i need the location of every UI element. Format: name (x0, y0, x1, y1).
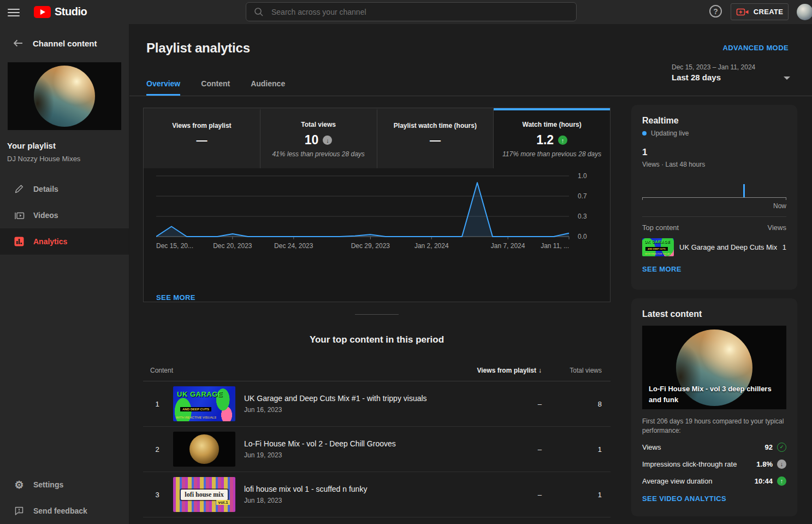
metric-total-views[interactable]: Total views 10 ↓ 41% less than previous … (260, 108, 377, 168)
metric-views-from-playlist[interactable]: Views from playlist — (144, 108, 260, 168)
create-button[interactable]: CREATE (731, 3, 789, 20)
metric-note: 41% less than previous 28 days (272, 150, 364, 158)
sidebar-item-settings[interactable]: ⚙ Settings (0, 472, 129, 498)
page-title: Playlist analytics (146, 40, 250, 56)
video-date: Jun 18, 2023 (244, 497, 460, 504)
stat-value: 10:44 (755, 477, 773, 485)
table-row[interactable]: 1 UK GARAGE AND DEEP CUTS WITH REACTIVE … (143, 381, 611, 427)
metric-watch-time[interactable]: Watch time (hours) 1.2 ↑ 117% more than … (494, 108, 610, 168)
youtube-play-icon (34, 6, 51, 18)
tab-content[interactable]: Content (201, 76, 230, 96)
see-video-analytics-link[interactable]: SEE VIDEO ANALYTICS (642, 494, 726, 503)
cell-views-from-playlist: – (460, 445, 542, 454)
video-info[interactable]: lofi house mix vol 1 - scuffed n funky J… (244, 485, 460, 504)
column-label: Views from playlist (477, 367, 537, 374)
video-title: UK Garage and Deep Cuts Mix #1 - with tr… (244, 394, 460, 403)
chart-see-more-link[interactable]: SEE MORE (156, 293, 610, 302)
metric-value: 10 (305, 133, 319, 148)
video-date: Jun 19, 2023 (244, 451, 460, 459)
latest-video-thumbnail[interactable]: Lo-Fi House Mix - vol 3 deep chillers an… (642, 326, 786, 409)
table-row[interactable]: 3 lofi house mixvol.1 lofi house mix vol… (143, 472, 611, 517)
metric-playlist-watch-time[interactable]: Playlist watch time (hours) — (377, 108, 494, 168)
svg-text:0.7: 0.7 (578, 192, 587, 200)
tab-audience[interactable]: Audience (251, 76, 285, 96)
svg-text:0.3: 0.3 (578, 213, 587, 220)
video-thumbnail[interactable]: UK GARAGE AND DEEP CUTS WITH REACTIVE VI… (173, 386, 235, 421)
trend-up-icon: ↑ (558, 136, 567, 145)
video-thumbnail[interactable]: lofi house mixvol.1 (173, 477, 235, 512)
video-plus-icon (736, 8, 749, 16)
main-area: Playlist analytics ADVANCED MODE Overvie… (129, 24, 812, 524)
sidebar-item-analytics[interactable]: Analytics (0, 228, 129, 255)
sidebar-item-videos[interactable]: Videos (0, 202, 129, 228)
video-thumbnail[interactable] (173, 432, 235, 467)
gear-icon: ⚙ (14, 479, 25, 490)
metric-label: Total views (301, 121, 336, 128)
now-label: Now (642, 202, 786, 210)
date-range-picker[interactable]: Dec 15, 2023 – Jan 11, 2024 Last 28 days (672, 63, 755, 82)
svg-text:Dec 24, 2023: Dec 24, 2023 (274, 242, 313, 250)
sidebar-item-send-feedback[interactable]: Send feedback (0, 498, 129, 524)
top-content-label: Top content (642, 223, 679, 232)
metric-value: — (196, 134, 207, 146)
metric-note: 117% more than previous 28 days (502, 150, 601, 158)
row-rank: 2 (150, 445, 164, 454)
trend-down-icon: ↓ (323, 136, 332, 145)
account-avatar[interactable] (797, 4, 812, 20)
trend-up-icon: ↑ (777, 476, 786, 486)
chevron-down-icon[interactable] (784, 76, 790, 80)
realtime-count: 1 (642, 147, 786, 158)
table-row[interactable]: 2 Lo-Fi House Mix - vol 2 - Deep Chill G… (143, 427, 611, 472)
playlist-art (34, 66, 95, 127)
pencil-icon (14, 184, 25, 195)
help-icon[interactable]: ? (709, 5, 722, 17)
date-range-text: Dec 15, 2023 – Jan 11, 2024 (672, 63, 755, 71)
column-views-from-playlist[interactable]: Views from playlist↓ (460, 367, 542, 374)
studio-logo[interactable]: Studio (34, 5, 87, 18)
thumb-text: lofi house mixvol.1 (181, 490, 227, 500)
content-column: Views from playlist — Total views 10 ↓ 4… (143, 108, 611, 517)
svg-text:Jan 11, ...: Jan 11, ... (541, 242, 569, 250)
topbar: Studio ? CREATE (0, 0, 812, 24)
top-content-title: Your top content in this period (143, 334, 611, 345)
advanced-mode-link[interactable]: ADVANCED MODE (722, 44, 789, 52)
views-label: Views (768, 223, 786, 232)
row-rank: 3 (150, 491, 164, 499)
stat-views: Views 92 ✓ (642, 441, 786, 453)
metric-value: 1.2 (536, 133, 554, 148)
search-icon (254, 7, 264, 17)
table-header: Content Views from playlist↓ Total views (143, 360, 611, 381)
realtime-bar (743, 184, 745, 197)
stat-value: 92 (765, 443, 773, 451)
hamburger-menu-icon[interactable] (8, 7, 20, 17)
svg-text:0.0: 0.0 (578, 233, 587, 240)
brand-name: Studio (55, 5, 87, 18)
realtime-card: Realtime Updating live 1 Views · Last 48… (631, 105, 797, 290)
video-title: Lo-Fi House Mix - vol 2 - Deep Chill Gro… (244, 439, 460, 448)
tab-overview[interactable]: Overview (146, 76, 180, 96)
sidebar: Channel content Your playlist DJ Nozzy H… (0, 24, 129, 524)
cell-views-from-playlist: – (460, 491, 542, 499)
video-date: Jun 16, 2023 (244, 406, 460, 414)
playlist-name: DJ Nozzy House Mixes (7, 155, 129, 163)
cell-total-views: 1 (542, 445, 602, 454)
analytics-icon (14, 236, 25, 247)
thumb-text: UK GARAGE (177, 390, 223, 398)
search-input[interactable] (271, 8, 568, 16)
line-chart: 1.00.70.30.0Dec 15, 20...Dec 20, 2023Dec… (156, 173, 604, 255)
realtime-see-more-link[interactable]: SEE MORE (642, 265, 681, 273)
sidebar-title: Channel content (33, 39, 97, 48)
realtime-count-label: Views · Last 48 hours (642, 161, 786, 168)
video-info[interactable]: UK Garage and Deep Cuts Mix #1 - with tr… (244, 394, 460, 414)
sidebar-item-details[interactable]: Details (0, 176, 129, 202)
back-arrow-icon[interactable] (13, 38, 23, 48)
realtime-status: Updating live (651, 129, 689, 137)
cell-total-views: 1 (542, 491, 602, 499)
realtime-top-row[interactable]: UK GARAGE AND DEEP CUTS WITH REACTIVE VI… (642, 238, 786, 256)
stat-value: 1.8% (756, 460, 773, 468)
cell-total-views: 8 (542, 400, 602, 408)
metric-label: Views from playlist (172, 122, 232, 129)
video-info[interactable]: Lo-Fi House Mix - vol 2 - Deep Chill Gro… (244, 439, 460, 459)
divider (642, 216, 786, 217)
thumb-tag: vol.1 (216, 500, 229, 505)
